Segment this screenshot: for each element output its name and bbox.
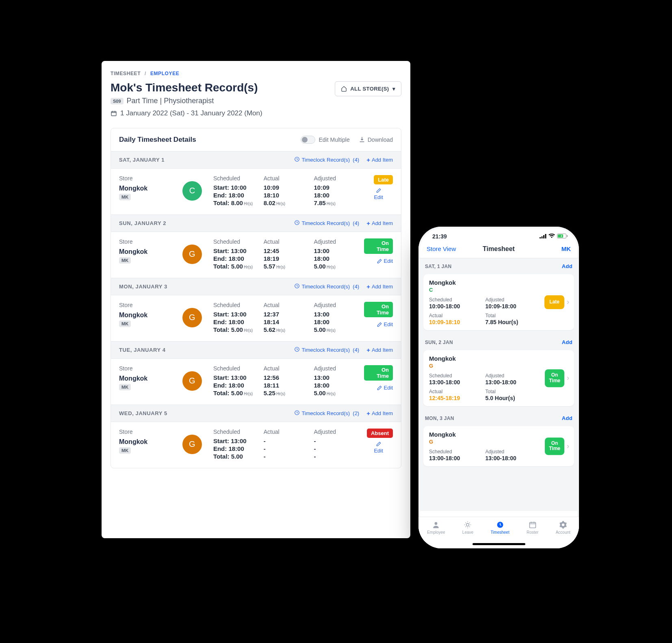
- employee-id-badge: S09: [111, 98, 124, 104]
- m-day-header: SUN, 2 JAN: [425, 340, 453, 345]
- svg-rect-0: [111, 111, 116, 116]
- nav-back-store-view[interactable]: Store View: [427, 245, 456, 252]
- m-store-code: G: [429, 363, 568, 369]
- store-name: Mongkok: [119, 185, 178, 192]
- status-badge: On Time: [364, 302, 393, 317]
- m-store-name: Mongkok: [429, 431, 568, 438]
- battery-icon: [557, 233, 568, 240]
- calendar-icon: [111, 110, 117, 117]
- m-status-badge: OnTime: [545, 369, 564, 387]
- store-name: Mongkok: [119, 438, 178, 446]
- timesheet-icon: [490, 520, 509, 529]
- home-indicator[interactable]: [473, 543, 525, 545]
- m-day-header: SAT, 1 JAN: [425, 264, 451, 269]
- svg-point-14: [466, 524, 469, 526]
- leave-icon: [462, 520, 473, 529]
- store-name: Mongkok: [119, 375, 178, 382]
- desktop-panel: TIMESHEET / EMPLOYEE Mok's Timesheet Rec…: [102, 61, 410, 538]
- edit-link[interactable]: Edit: [364, 321, 393, 327]
- card-title: Daily Timesheet Details: [119, 136, 196, 144]
- m-add-link[interactable]: Add: [562, 263, 572, 269]
- daily-timesheet-card: Daily Timesheet Details Edit Multiple Do…: [111, 128, 401, 468]
- status-badge: Absent: [367, 429, 393, 438]
- timeclock-records-link[interactable]: Timeclock Record(s) (4): [294, 346, 359, 353]
- edit-link[interactable]: Edit: [364, 258, 393, 264]
- breadcrumb-timesheet[interactable]: TIMESHEET: [111, 71, 141, 76]
- status-icons: [540, 233, 568, 240]
- m-store-code: C: [429, 287, 568, 293]
- avatar: C: [182, 181, 202, 201]
- edit-multiple-label: Edit Multiple: [319, 136, 349, 143]
- clock-icon: [294, 156, 300, 163]
- page-title: Mok's Timesheet Record(s): [111, 81, 262, 94]
- clock-icon: [294, 283, 300, 290]
- svg-rect-8: [543, 235, 544, 238]
- store-name: Mongkok: [119, 312, 178, 319]
- cellular-icon: [540, 233, 546, 240]
- clock-icon: [294, 220, 300, 227]
- status-badge: Late: [374, 175, 393, 184]
- breadcrumb-employee[interactable]: EMPLOYEE: [150, 71, 179, 76]
- svg-rect-6: [540, 237, 541, 238]
- store-code-chip: MK: [119, 447, 131, 454]
- svg-rect-9: [545, 234, 546, 238]
- clock-icon: [294, 346, 300, 353]
- svg-point-13: [435, 522, 438, 525]
- chevron-down-icon: ▾: [392, 86, 395, 92]
- m-timesheet-card[interactable]: Mongkok G Scheduled13:00-18:00 Adjusted1…: [423, 426, 574, 466]
- timeclock-records-link[interactable]: Timeclock Record(s) (4): [294, 283, 359, 290]
- home-icon: [341, 86, 347, 92]
- employee-subtitle: Part Time | Physiotherapist: [127, 97, 214, 105]
- edit-multiple-toggle[interactable]: [301, 136, 315, 144]
- m-status-badge: OnTime: [545, 437, 564, 455]
- day-header: SAT, JANUARY 1: [119, 157, 165, 163]
- timeclock-records-link[interactable]: Timeclock Record(s) (4): [294, 220, 359, 227]
- timeclock-records-link[interactable]: Timeclock Record(s) (2): [294, 410, 359, 417]
- status-badge: On Time: [364, 238, 393, 254]
- store-code-chip: MK: [119, 384, 131, 390]
- mobile-phone-frame: 21:39 Store View Timesheet MK SAT, 1 JAN…: [418, 227, 579, 548]
- tab-employee[interactable]: Employee: [427, 520, 445, 535]
- avatar: G: [182, 371, 202, 391]
- m-store-name: Mongkok: [429, 279, 568, 286]
- m-add-link[interactable]: Add: [562, 339, 572, 345]
- store-code-chip: MK: [119, 257, 131, 264]
- m-add-link[interactable]: Add: [562, 415, 572, 421]
- clock-icon: [294, 410, 300, 417]
- edit-link[interactable]: Edit: [364, 385, 393, 391]
- store-code-chip: MK: [119, 320, 131, 327]
- roster-icon: [527, 520, 538, 529]
- add-item-link[interactable]: +Add Item: [366, 347, 393, 353]
- avatar: G: [182, 245, 202, 264]
- account-icon: [556, 520, 570, 529]
- add-item-link[interactable]: +Add Item: [366, 410, 393, 416]
- nav-title: Timesheet: [483, 245, 515, 253]
- add-item-link[interactable]: +Add Item: [366, 284, 393, 290]
- tab-account[interactable]: Account: [556, 520, 570, 535]
- m-timesheet-card[interactable]: Mongkok C Scheduled10:00-18:00 Adjusted1…: [423, 274, 574, 330]
- m-store-name: Mongkok: [429, 355, 568, 362]
- status-badge: On Time: [364, 365, 393, 381]
- tab-leave[interactable]: Leave: [462, 520, 473, 535]
- chevron-right-icon: ›: [567, 374, 569, 383]
- store-code-chip: MK: [119, 194, 131, 200]
- add-item-link[interactable]: +Add Item: [366, 157, 393, 163]
- timeclock-records-link[interactable]: Timeclock Record(s) (4): [294, 156, 359, 163]
- download-button[interactable]: Download: [359, 136, 393, 144]
- store-name: Mongkok: [119, 248, 178, 255]
- date-range: 1 January 2022 (Sat) - 31 January 2022 (…: [120, 109, 262, 117]
- chevron-right-icon: ›: [567, 442, 569, 450]
- edit-link[interactable]: Edit: [364, 441, 393, 454]
- add-item-link[interactable]: +Add Item: [366, 220, 393, 226]
- breadcrumb: TIMESHEET / EMPLOYEE: [111, 71, 401, 76]
- day-header: MON, JANUARY 3: [119, 284, 167, 290]
- tab-roster[interactable]: Roster: [527, 520, 538, 535]
- tab-timesheet[interactable]: Timesheet: [490, 520, 509, 535]
- day-header: WED, JANUARY 5: [119, 410, 167, 416]
- edit-link[interactable]: Edit: [364, 188, 393, 200]
- m-timesheet-card[interactable]: Mongkok G Scheduled13:00-18:00 Adjusted1…: [423, 350, 574, 406]
- day-header: TUE, JANUARY 4: [119, 347, 166, 353]
- store-filter-button[interactable]: ALL STORE(S) ▾: [335, 81, 401, 96]
- nav-store-code[interactable]: MK: [561, 245, 571, 252]
- m-day-header: MON, 3 JAN: [425, 416, 454, 421]
